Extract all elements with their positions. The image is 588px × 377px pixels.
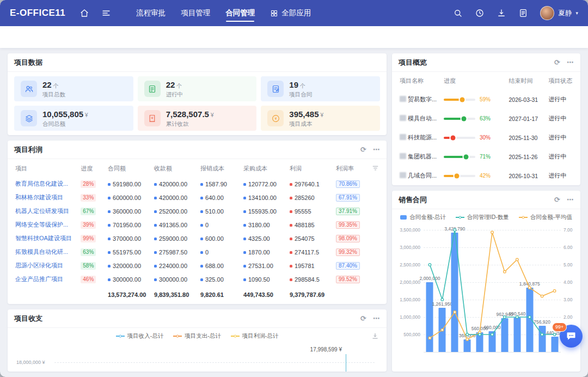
progress-slider[interactable] (444, 118, 475, 120)
project-link[interactable]: 几域合同... (408, 172, 437, 179)
bar[interactable] (526, 288, 533, 352)
refresh-icon[interactable]: ⟳ (360, 146, 366, 153)
received-amount: 420000.00 (153, 191, 199, 204)
bar[interactable] (464, 339, 471, 352)
sales-legend-row: 合同金额-总计合同管理ID-数量合同金额-平均值 (392, 209, 580, 226)
search-icon[interactable] (453, 8, 463, 18)
main-menu: 流程审批项目管理合同管理全部应用 (136, 0, 311, 26)
legend-item[interactable]: 合同管理ID-数量 (456, 214, 509, 221)
legend-marker (116, 336, 125, 337)
legend-item[interactable]: 项目利润-总计 (231, 332, 279, 340)
legend-label: 合同管理ID-数量 (467, 214, 509, 221)
project-link[interactable]: 模具自动... (408, 115, 437, 121)
slider-handle[interactable] (451, 135, 456, 140)
menu-toggle-icon[interactable] (101, 8, 111, 18)
project-link[interactable]: 集团机器... (408, 153, 437, 160)
progress-badge: 99% (81, 235, 96, 242)
stat-value: 10,055,805¥ (42, 110, 88, 120)
project-link[interactable]: 思源小区绿化项目 (15, 262, 78, 270)
more-icon[interactable]: ⋯ (567, 196, 574, 203)
bar-value-label: 360,000 (459, 333, 476, 338)
document-icon[interactable] (518, 8, 528, 18)
refresh-icon[interactable]: ⟳ (360, 315, 366, 322)
progress-slider[interactable] (444, 156, 475, 158)
legend-item[interactable]: 合同金额-平均值 (519, 214, 572, 221)
menu-item-all-apps[interactable]: 全部应用 (270, 0, 311, 26)
profit-row: 思源小区绿化项目 58% 320000.00 224000.00 688.00 … (14, 259, 380, 272)
chat-button[interactable]: 99+ (560, 325, 583, 348)
margin-badge: 70.86% (336, 180, 360, 188)
margin-badge: 37.91% (336, 208, 360, 215)
profit-col-header: 采购成本 (242, 160, 289, 177)
stat-tile: ¥ 7,528,507.5¥ 累计收款 (138, 106, 257, 131)
more-icon[interactable]: ⋯ (567, 59, 574, 66)
app-window: E-OFFICE11 流程审批项目管理合同管理全部应用 夏静 ▾ 项目数据 (0, 0, 588, 377)
stat-tile: ¥ 395,485¥ 项目成本 (261, 106, 380, 131)
slider-handle[interactable] (461, 116, 466, 121)
stat-label: 项目合同 (289, 92, 312, 98)
refresh-icon[interactable]: ⟳ (554, 59, 560, 66)
navbar-actions: 夏静 ▾ (453, 6, 578, 20)
table-filter-icon[interactable] (372, 166, 379, 173)
axis-tick: 2.00 (564, 314, 573, 320)
purchase-cost: 155935.00 (242, 204, 289, 218)
project-link[interactable]: 贸易数字... (408, 96, 437, 102)
axis-tick: 2,500,000 (400, 262, 420, 267)
home-icon[interactable] (79, 8, 89, 18)
menu-item-project[interactable]: 项目管理 (181, 0, 210, 26)
more-icon[interactable]: ⋯ (373, 146, 380, 153)
chart-download-icon[interactable] (371, 332, 379, 342)
bar[interactable] (451, 233, 458, 352)
received-amount: 259000.00 (153, 232, 199, 245)
stat-tile: 22个 项目总数 (14, 76, 133, 101)
bar[interactable] (489, 331, 496, 352)
project-link[interactable]: 网络安全等级保护... (15, 221, 78, 229)
more-icon[interactable]: ⋯ (373, 315, 380, 322)
receipt-icon: ¥ (144, 110, 161, 126)
reimburse-cost: 510.00 (199, 204, 242, 218)
user-menu[interactable]: 夏静 ▾ (540, 6, 578, 20)
project-link[interactable]: 教育局信息化建设... (15, 180, 78, 188)
progress-slider[interactable] (444, 137, 475, 139)
bar[interactable] (426, 282, 433, 352)
legend-item[interactable]: 项目支出-总计 (173, 332, 221, 340)
end-date: 2026-10-31 (507, 166, 547, 185)
menu-item-contract[interactable]: 合同管理 (225, 0, 255, 26)
bar[interactable] (513, 318, 520, 352)
project-link[interactable]: 科技能源... (408, 134, 437, 141)
download-icon[interactable] (497, 8, 506, 18)
legend-item[interactable]: 项目收入-总计 (116, 332, 164, 340)
progress-badge: 46% (81, 276, 96, 283)
menu-item-workflow[interactable]: 流程审批 (136, 0, 166, 26)
reimburse-cost: 325.00 (199, 272, 242, 286)
legend-marker (173, 336, 182, 337)
end-date: 2025-11-30 (507, 128, 547, 147)
profit-amount: 95555 (289, 204, 335, 218)
masked-text (400, 172, 406, 178)
profit-row: 网络安全等级保护... 39% 701950.00 491365.00 0 31… (14, 218, 380, 232)
project-link[interactable]: 拓致模具自动化研... (15, 248, 78, 256)
profit-col-header: 报销成本 (199, 160, 242, 177)
slider-handle[interactable] (464, 154, 469, 159)
refresh-icon[interactable]: ⟳ (554, 196, 560, 203)
history-clock-icon[interactable] (475, 8, 485, 18)
legend-item[interactable]: 合同金额-总计 (400, 214, 446, 221)
project-link[interactable]: 智慧科技OA建设项目 (15, 234, 78, 242)
overview-row: 模具自动... 63% 2027-01-17 进行中 (399, 109, 574, 128)
profit-col-header: 合同额 (107, 160, 153, 177)
project-link[interactable]: 企业产品推广项目 (15, 275, 78, 283)
bar[interactable] (538, 326, 546, 352)
project-link[interactable]: 机器人定位研发项目 (15, 207, 78, 215)
total-purchase: 449,743.50 (242, 286, 289, 301)
bar[interactable] (551, 337, 558, 352)
bar[interactable] (501, 318, 508, 352)
bar[interactable] (439, 308, 446, 352)
bar[interactable] (476, 332, 483, 352)
project-link[interactable]: 和林格尔建设项目 (15, 193, 78, 202)
progress-badge: 58% (81, 262, 96, 270)
progress-percent: 63% (480, 115, 491, 121)
progress-slider[interactable] (444, 99, 475, 101)
slider-handle[interactable] (460, 97, 465, 102)
slider-handle[interactable] (455, 173, 460, 178)
progress-slider[interactable] (444, 175, 475, 177)
